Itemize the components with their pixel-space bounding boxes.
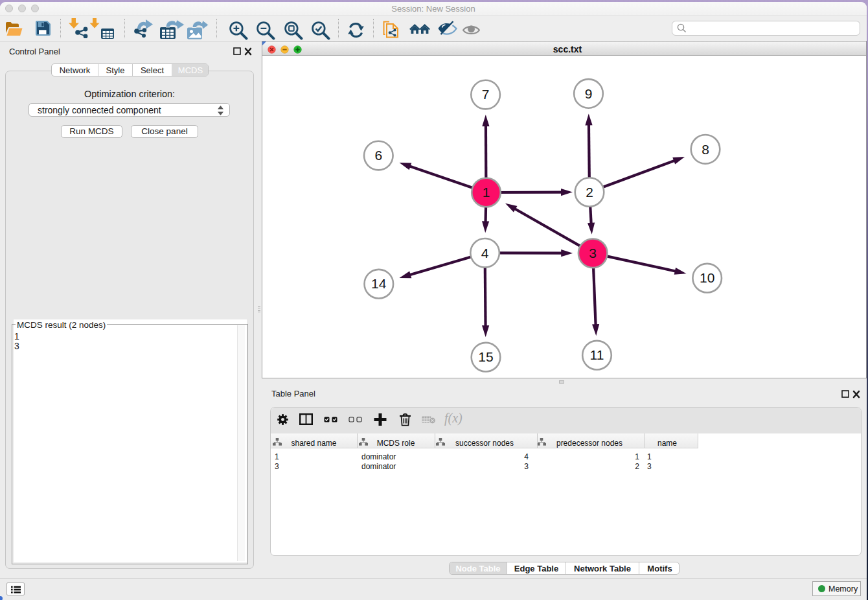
- svg-text:1: 1: [483, 185, 490, 200]
- svg-text:7: 7: [482, 87, 490, 102]
- svg-text:3: 3: [589, 246, 597, 260]
- svg-text:8: 8: [702, 142, 709, 157]
- svg-text:6: 6: [374, 148, 382, 163]
- svg-text:4: 4: [481, 246, 489, 260]
- svg-text:9: 9: [585, 86, 593, 101]
- svg-text:2: 2: [586, 185, 593, 200]
- svg-text:10: 10: [700, 270, 714, 285]
- svg-text:15: 15: [478, 349, 493, 364]
- svg-text:14: 14: [371, 276, 387, 291]
- svg-text:11: 11: [590, 347, 604, 362]
